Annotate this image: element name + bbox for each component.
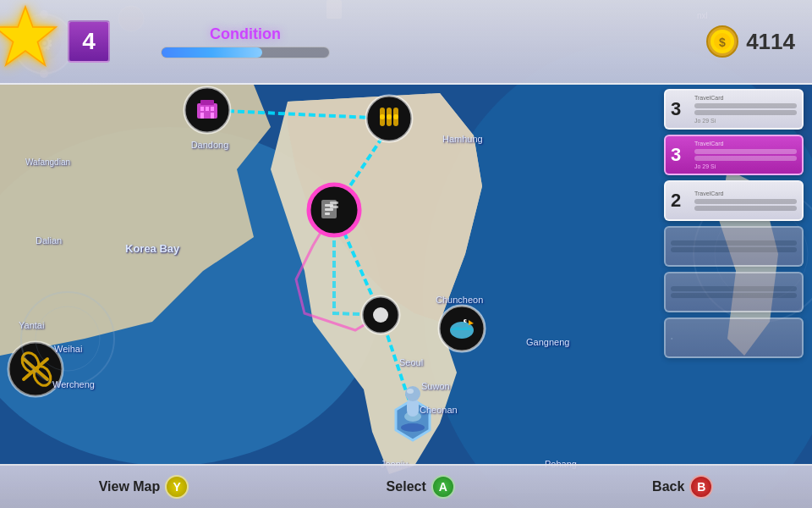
bottom-controls: View Map Y Select A Back B [0,464,812,508]
condition-area: Condition [118,25,372,58]
svg-rect-10 [211,113,214,119]
card-subtext-1: Jo 29 Si [694,118,797,124]
condition-bar-fill [162,47,262,58]
card-line-3b [694,206,797,211]
card-lines-3: TravelCard [694,190,797,211]
a-button-label: A [439,480,447,494]
card-line-2a [694,149,797,154]
star-icon [0,3,68,80]
y-button-label: Y [173,480,181,494]
b-button[interactable]: B [689,475,713,499]
a-button[interactable]: A [431,475,455,499]
card-item-6: • [664,318,804,358]
svg-point-39 [401,423,425,432]
y-button[interactable]: Y [165,475,189,499]
card-number-2: 3 [671,144,691,166]
card-item-4 [664,226,804,267]
svg-text:$: $ [719,36,726,49]
card-type-2: TravelCard [694,141,797,146]
svg-point-17 [393,114,398,119]
card-lines-5 [671,286,797,298]
view-map-label: View Map [99,479,161,494]
svg-text:Weihai: Weihai [54,344,82,354]
svg-text:Yantai: Yantai [19,320,44,330]
svg-point-15 [380,114,385,119]
card-number-1: 3 [671,98,691,120]
svg-text:Cheonan: Cheonan [420,405,458,415]
coin-icon: $ [705,25,739,58]
svg-text:Korea Bay: Korea Bay [125,242,180,255]
card-line-3a [694,199,797,204]
svg-marker-73 [0,7,56,65]
card-lines-1: TravelCard Jo 29 Si [694,95,797,124]
card-lines-2: TravelCard Jo 29 Si [694,141,797,169]
svg-rect-24 [330,202,338,204]
card-line-5a [671,286,797,291]
svg-rect-25 [330,206,338,208]
svg-text:Dandong: Dandong [191,140,229,150]
card-line-4b [671,247,797,252]
card-dot-6: • [671,335,797,341]
svg-point-37 [405,386,420,401]
svg-rect-6 [200,107,204,111]
svg-rect-9 [200,113,204,119]
b-button-label: B [697,480,705,494]
card-line-4a [671,240,797,246]
card-line-2b [694,156,797,161]
back-label: Back [652,479,684,494]
select-label: Select [387,479,426,494]
card-type-3: TravelCard [694,190,797,196]
svg-rect-5 [200,100,214,105]
condition-label: Condition [210,25,281,43]
svg-rect-22 [325,213,330,215]
card-subtext-2: Jo 29 Si [694,163,797,169]
card-item-5 [664,272,804,312]
svg-text:Wercheng: Wercheng [52,379,95,389]
card-item-2[interactable]: 3 TravelCard Jo 29 Si [664,135,804,175]
card-item-1[interactable]: 3 TravelCard Jo 29 Si [664,89,804,130]
coin-amount: 4114 [746,29,795,55]
svg-text:Hamhung: Hamhung [442,134,483,144]
svg-point-27 [373,307,388,323]
svg-text:Chuncheon: Chuncheon [436,295,483,305]
svg-text:Wafangdian: Wafangdian [25,157,70,167]
card-line-1a [694,103,797,108]
turn-number: 4 [68,20,110,63]
condition-bar [161,47,330,58]
svg-point-38 [407,389,414,394]
svg-rect-7 [206,107,209,111]
svg-text:Gangneng: Gangneng [526,337,569,347]
select-control[interactable]: Select A [387,475,455,499]
card-lines-6: • [671,335,797,341]
card-line-5b [671,293,797,298]
svg-rect-21 [325,208,333,211]
svg-text:Seoul: Seoul [399,357,423,367]
card-lines-4 [671,240,797,252]
card-line-1b [694,110,797,115]
card-type-1: TravelCard [694,95,797,101]
svg-text:Dalian: Dalian [36,235,62,246]
svg-point-16 [387,114,392,119]
top-hud: 4 Condition $ 4114 [0,0,812,85]
back-control[interactable]: Back B [652,475,713,499]
svg-text:Suwon: Suwon [421,381,450,391]
right-panel: 3 TravelCard Jo 29 Si 3 TravelCard Jo 29… [664,89,804,358]
card-number-3: 2 [671,190,691,212]
card-item-3[interactable]: 2 TravelCard [664,180,804,221]
coins-area: $ 4114 [705,25,795,58]
view-map-control[interactable]: View Map Y [99,475,189,499]
svg-point-33 [465,320,467,322]
svg-rect-8 [211,107,214,111]
